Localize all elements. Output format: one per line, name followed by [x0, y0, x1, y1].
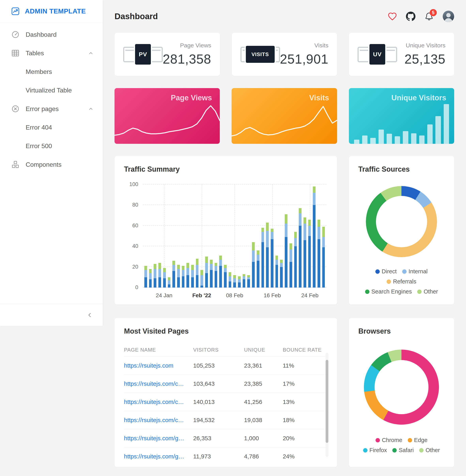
- legend-item[interactable]: Safari: [392, 447, 414, 453]
- most-visited-title: Most Visited Pages: [124, 327, 327, 335]
- legend-item[interactable]: Other: [417, 288, 438, 295]
- page-views-sparkline: [115, 105, 220, 140]
- visits-stat-card: VISITS Visits 251,901: [232, 33, 337, 76]
- x-tick-label: 24 Jan: [156, 292, 172, 299]
- notifications-button[interactable]: 5: [425, 12, 434, 21]
- sidebar-item-tables[interactable]: Tables: [0, 44, 103, 62]
- bounce-rate-cell: 13%: [283, 399, 327, 405]
- brand[interactable]: ADMIN TEMPLATE: [0, 0, 103, 23]
- spark-card-title: Visits: [309, 94, 329, 102]
- bar-stack: [229, 184, 232, 287]
- chevron-up-icon: [88, 106, 94, 112]
- bar-stack: [308, 184, 311, 287]
- traffic-summary-card: Traffic Summary 02040608010024 JanFeb '2…: [115, 156, 337, 305]
- chevron-up-icon: [88, 50, 94, 56]
- legend-dot-icon: [363, 448, 367, 452]
- stat-badge: PV: [134, 43, 152, 66]
- page-link[interactable]: https://rsuitejs.com/g…: [124, 435, 193, 442]
- y-tick-label: 60: [124, 223, 138, 229]
- browsers-title: Browsers: [358, 327, 445, 335]
- notification-badge: 5: [430, 9, 437, 16]
- bar-stack: [238, 184, 241, 287]
- stat-value: 25,135: [404, 52, 445, 67]
- visitors-cell: 26,353: [193, 435, 244, 442]
- spark-card-title: Page Views: [171, 94, 212, 102]
- bar-stack: [275, 184, 278, 287]
- page-views-icon: PV: [123, 42, 163, 67]
- bottom-row: Most Visited Pages PAGE NAME VISITORS UN…: [115, 318, 454, 467]
- page-link[interactable]: https://rsuitejs.com/c…: [124, 417, 193, 423]
- bar-stack: [168, 184, 171, 287]
- bar-stack: [144, 184, 147, 287]
- components-icon: [11, 160, 20, 169]
- sidebar-item-error-404[interactable]: Error 404: [0, 118, 103, 137]
- bounce-rate-cell: 24%: [283, 453, 327, 460]
- bar-stack: [224, 184, 227, 287]
- bar-stack: [149, 184, 152, 287]
- error-icon: [11, 105, 20, 113]
- sidebar-item-components[interactable]: Components: [0, 155, 103, 174]
- bar-stack: [158, 184, 161, 287]
- spark-card-title: Unique Visitors: [391, 94, 446, 102]
- bar-stack: [313, 184, 315, 287]
- legend-dot-icon: [375, 438, 380, 442]
- page-link[interactable]: https://rsuitejs.com/c…: [124, 399, 193, 405]
- bar-stack: [219, 184, 222, 287]
- page-link[interactable]: https://rsuitejs.com/g…: [124, 453, 193, 460]
- legend-item[interactable]: Internal: [402, 268, 428, 275]
- sidebar-collapse-toggle[interactable]: [0, 304, 103, 326]
- sidebar-item-label: Error 500: [26, 143, 52, 150]
- github-icon[interactable]: [406, 12, 415, 21]
- sidebar-item-virtualized-table[interactable]: Virtualized Table: [0, 81, 103, 100]
- table-row: https://rsuitejs.com/c…103,64323,38517%: [124, 374, 327, 393]
- bar-stack: [261, 184, 264, 287]
- table-scrollbar-thumb[interactable]: [326, 360, 328, 443]
- sidebar-item-dashboard[interactable]: Dashboard: [0, 25, 103, 44]
- y-tick-label: 20: [124, 264, 138, 270]
- legend-item[interactable]: Referrals: [387, 278, 416, 285]
- legend-dot-icon: [419, 448, 424, 452]
- sidebar-item-error-pages[interactable]: Error pages: [0, 100, 103, 118]
- bar-stack: [285, 184, 288, 287]
- browsers-card: Browsers ChromeEdgeFirefoxSafariOther: [349, 318, 454, 467]
- page-header: Dashboard 5: [115, 0, 454, 33]
- sidebar-item-error-500[interactable]: Error 500: [0, 137, 103, 155]
- bar-stack: [243, 184, 245, 287]
- heart-icon[interactable]: [388, 12, 397, 21]
- legend-item[interactable]: Firefox: [363, 447, 387, 453]
- angle-left-icon: [86, 312, 93, 318]
- legend-item[interactable]: Chrome: [375, 437, 402, 443]
- bar-stack: [215, 184, 217, 287]
- unique-cell: 1,000: [244, 435, 283, 442]
- legend-item[interactable]: Edge: [408, 437, 428, 443]
- sidebar-item-label: Error 404: [26, 124, 52, 131]
- unique-visitors-stat-card: UV Unique Visitors 25,135: [349, 33, 454, 76]
- unique-cell: 23,361: [244, 362, 283, 369]
- table-scrollbar-track: [326, 353, 328, 457]
- unique-cell: 23,385: [244, 381, 283, 387]
- page-link[interactable]: https://rsuitejs.com/c…: [124, 381, 193, 387]
- legend-item[interactable]: Other: [419, 447, 440, 453]
- page-title: Dashboard: [115, 12, 158, 21]
- bar-stack: [177, 184, 180, 287]
- bar-stack: [233, 184, 236, 287]
- bar-stack: [294, 184, 297, 287]
- bounce-rate-cell: 20%: [283, 435, 327, 442]
- legend-item[interactable]: Search Engines: [365, 288, 412, 295]
- bar-stack: [172, 184, 175, 287]
- unique-visitors-spark-card: Unique Visitors: [349, 88, 454, 144]
- col-visitors: VISITORS: [193, 347, 244, 353]
- page-views-stat-card: PV Page Views 281,358: [115, 33, 220, 76]
- page-link[interactable]: https://rsuitejs.com: [124, 362, 193, 369]
- y-tick-label: 80: [124, 202, 138, 208]
- stat-label: Visits: [280, 42, 328, 49]
- traffic-sources-card: Traffic Sources DirectInternalReferralsS…: [349, 156, 454, 305]
- bar-stack: [200, 184, 203, 287]
- unique-cell: 19,038: [244, 417, 283, 423]
- header-actions: 5: [388, 11, 454, 22]
- avatar[interactable]: [443, 11, 454, 22]
- legend-dot-icon: [402, 269, 407, 274]
- stacked-bars: [143, 184, 326, 287]
- legend-item[interactable]: Direct: [375, 268, 397, 275]
- sidebar-item-members[interactable]: Members: [0, 62, 103, 81]
